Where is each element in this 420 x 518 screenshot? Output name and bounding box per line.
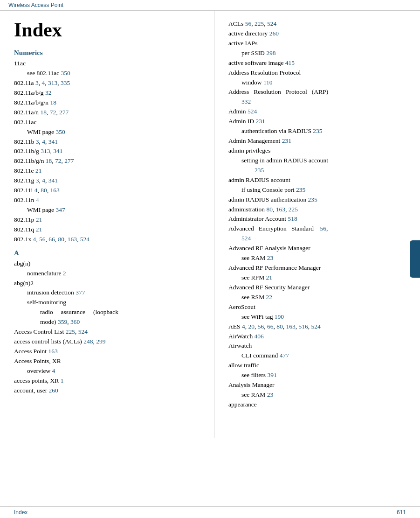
entry-arp1: Address Resolution Protocol window 110 [228, 68, 411, 88]
link-524f[interactable]: 524 [311, 323, 320, 330]
link-80c[interactable]: 80 [266, 206, 273, 213]
link-21c[interactable]: 21 [36, 226, 42, 233]
link-516[interactable]: 516 [298, 323, 308, 330]
link-524c[interactable]: 524 [267, 20, 276, 27]
entry-80211n: 802.11n 4 WMI page 347 [14, 196, 205, 215]
entry-80211e: 802.11e 21 [14, 166, 205, 176]
link-163b[interactable]: 163 [68, 236, 77, 243]
link-56a[interactable]: 56 [39, 236, 46, 243]
link-231a[interactable]: 231 [256, 118, 265, 125]
link-56c[interactable]: 56 [320, 225, 326, 232]
link-341b[interactable]: 341 [53, 147, 62, 154]
link-518[interactable]: 518 [288, 215, 297, 222]
link-3c[interactable]: 3 [36, 177, 39, 184]
link-277b[interactable]: 277 [64, 157, 74, 164]
link-260b[interactable]: 260 [269, 30, 279, 37]
link-4f[interactable]: 4 [33, 236, 36, 243]
entry-80211abg: 802.11a/b/g 32 [14, 88, 205, 98]
link-163e[interactable]: 163 [286, 323, 295, 330]
link-163a[interactable]: 163 [50, 187, 60, 194]
section-numerics: Numerics [14, 49, 205, 57]
link-477[interactable]: 477 [280, 352, 289, 359]
link-72b[interactable]: 72 [55, 157, 62, 164]
link-21d[interactable]: 21 [266, 274, 273, 281]
link-4c[interactable]: 4 [42, 177, 45, 184]
link-335a[interactable]: 335 [61, 79, 70, 86]
link-298[interactable]: 298 [266, 49, 275, 56]
link-260a[interactable]: 260 [49, 387, 58, 394]
link-56d[interactable]: 56 [258, 323, 264, 330]
link-18a[interactable]: 18 [50, 99, 57, 106]
link-4g[interactable]: 4 [52, 367, 55, 374]
link-225b[interactable]: 225 [255, 20, 264, 27]
entry-80211p: 802.11p 21 [14, 215, 205, 225]
link-4e[interactable]: 4 [36, 196, 39, 203]
link-1[interactable]: 1 [61, 377, 64, 384]
link-18c[interactable]: 18 [46, 157, 52, 164]
link-524e[interactable]: 524 [241, 235, 251, 242]
link-341c[interactable]: 341 [48, 177, 58, 184]
link-4a[interactable]: 4 [42, 79, 45, 86]
link-4d[interactable]: 4 [34, 187, 38, 194]
link-313a[interactable]: 313 [48, 79, 57, 86]
link-299[interactable]: 299 [96, 338, 105, 345]
link-163d[interactable]: 163 [276, 206, 285, 213]
link-341a[interactable]: 341 [48, 138, 58, 145]
link-524b[interactable]: 524 [78, 328, 88, 335]
link-3a[interactable]: 3 [35, 79, 39, 86]
link-350b[interactable]: 350 [55, 128, 65, 135]
link-231b[interactable]: 231 [282, 137, 291, 144]
link-23a[interactable]: 23 [267, 254, 274, 261]
link-235b[interactable]: 235 [255, 167, 264, 174]
link-313b[interactable]: 313 [41, 147, 50, 154]
link-21b[interactable]: 21 [36, 216, 42, 223]
entry-administration: administration 80, 163, 225 [228, 205, 411, 215]
entry-admin: Admin 524 [228, 107, 411, 117]
entry-administrator-account: Administrator Account 518 [228, 214, 411, 224]
link-80d[interactable]: 80 [276, 323, 283, 330]
link-350a[interactable]: 350 [61, 70, 70, 77]
link-332[interactable]: 332 [241, 98, 251, 105]
link-23b[interactable]: 23 [267, 391, 274, 398]
entry-80211abgn: 802.11a/b/g/n 18 [14, 98, 205, 108]
link-359[interactable]: 359 [58, 318, 67, 325]
link-360[interactable]: 360 [70, 318, 80, 325]
link-66a[interactable]: 66 [48, 236, 55, 243]
link-347[interactable]: 347 [55, 206, 65, 213]
entry-80211q: 802.11q 21 [14, 225, 205, 235]
link-248[interactable]: 248 [83, 338, 93, 345]
link-406[interactable]: 406 [255, 333, 264, 340]
link-3b[interactable]: 3 [36, 138, 39, 145]
link-56b[interactable]: 56 [245, 20, 252, 27]
link-235c[interactable]: 235 [296, 186, 305, 193]
link-415[interactable]: 415 [285, 59, 295, 66]
link-377[interactable]: 377 [76, 289, 85, 296]
link-21a[interactable]: 21 [35, 167, 42, 174]
link-80a[interactable]: 80 [41, 187, 47, 194]
link-80b[interactable]: 80 [58, 236, 65, 243]
link-32[interactable]: 32 [45, 89, 52, 96]
link-524d[interactable]: 524 [248, 108, 257, 115]
link-225a[interactable]: 225 [66, 328, 75, 335]
link-225c[interactable]: 225 [289, 206, 298, 213]
entry-acls: access control lists (ACLs) 248, 299 [14, 337, 205, 347]
link-524a[interactable]: 524 [80, 236, 90, 243]
link-72a[interactable]: 72 [50, 109, 56, 116]
link-277a[interactable]: 277 [59, 109, 69, 116]
entry-admin-id: Admin ID 231 authentication via RADIUS 2… [228, 117, 411, 136]
link-163c[interactable]: 163 [48, 348, 58, 355]
link-4b[interactable]: 4 [42, 138, 45, 145]
link-66b[interactable]: 66 [267, 323, 274, 330]
link-18b[interactable]: 18 [41, 109, 47, 116]
link-391[interactable]: 391 [267, 371, 276, 378]
link-235d[interactable]: 235 [308, 196, 317, 203]
entry-80211i: 802.11i 4, 80, 163 [14, 186, 205, 196]
right-tab [410, 240, 420, 278]
link-22[interactable]: 22 [266, 294, 273, 301]
link-190[interactable]: 190 [275, 313, 284, 320]
link-4h[interactable]: 4 [242, 323, 245, 330]
link-235a[interactable]: 235 [313, 127, 322, 134]
link-2[interactable]: 2 [63, 270, 66, 277]
link-110[interactable]: 110 [263, 79, 273, 86]
link-20[interactable]: 20 [248, 323, 255, 330]
